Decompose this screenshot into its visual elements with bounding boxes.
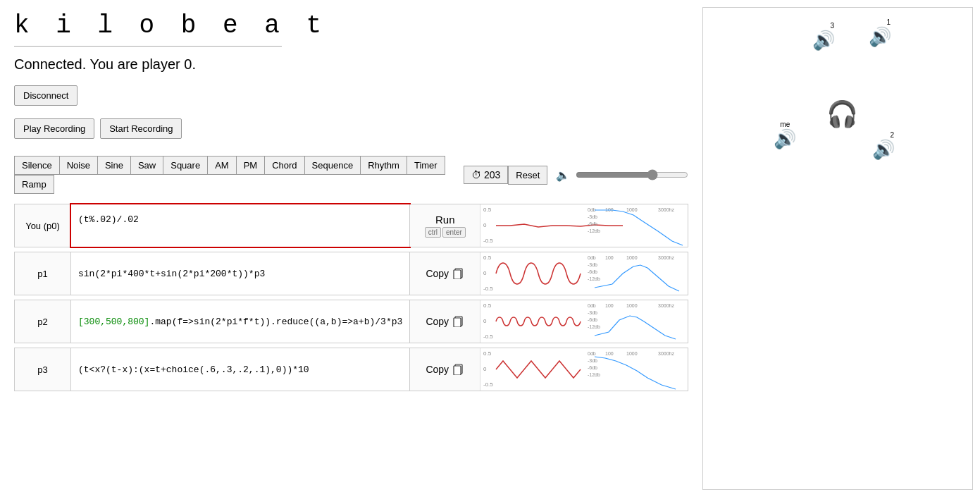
- svg-text:100: 100: [605, 303, 614, 308]
- svg-text:-12db: -12db: [588, 276, 600, 281]
- svg-text:0.5: 0.5: [483, 302, 492, 309]
- svg-text:3000hz: 3000hz: [658, 255, 674, 260]
- svg-rect-35: [454, 366, 461, 375]
- reset-button[interactable]: Reset: [508, 166, 547, 185]
- svg-text:0.5: 0.5: [483, 350, 492, 357]
- svg-text:-12db: -12db: [588, 228, 600, 233]
- svg-rect-11: [454, 270, 461, 279]
- svg-text:0db: 0db: [588, 303, 596, 308]
- copy-button-p2[interactable]: Copy: [418, 316, 471, 327]
- svg-text:100: 100: [605, 351, 614, 356]
- player-action-p0: Run ctrl enter: [409, 204, 480, 247]
- volume-icon: 🔈: [556, 168, 570, 182]
- svg-text:-12db: -12db: [588, 324, 600, 329]
- waveform-p0: 0.5 0 -0.5 0db -3db -6db -12db 100 1000 …: [480, 204, 688, 247]
- player-code-p1: sin(2*pi*400*t+sin(2*pi*200*t))*p3: [71, 252, 409, 295]
- svg-text:-6db: -6db: [588, 317, 597, 322]
- status-text: Connected. You are player 0.: [14, 56, 688, 73]
- svg-rect-23: [454, 318, 461, 327]
- svg-text:3000hz: 3000hz: [658, 303, 674, 308]
- player-label-p1: p1: [15, 252, 71, 295]
- svg-text:1000: 1000: [626, 255, 638, 260]
- headphone-icon: 🎧: [826, 99, 858, 129]
- svg-text:-0.5: -0.5: [483, 286, 493, 292]
- svg-text:0db: 0db: [588, 351, 596, 356]
- toolbar-pm[interactable]: PM: [236, 156, 266, 175]
- room-viz: 3 🔊 1 🔊 🎧 me 🔊 2 🔊: [703, 8, 972, 489]
- toolbar-ramp[interactable]: Ramp: [14, 175, 54, 194]
- svg-text:-6db: -6db: [588, 269, 597, 274]
- timer-value: 203: [484, 169, 500, 180]
- app-title: k i l o b e a t: [14, 11, 688, 40]
- copy-icon-p2: [453, 316, 464, 327]
- svg-text:-6db: -6db: [588, 221, 597, 226]
- svg-text:-0.5: -0.5: [483, 333, 493, 340]
- player-action-p1[interactable]: Copy: [409, 252, 480, 295]
- svg-text:1000: 1000: [626, 207, 638, 212]
- svg-text:-6db: -6db: [588, 365, 597, 370]
- player-label-p3: p3: [15, 348, 71, 391]
- svg-text:0: 0: [483, 222, 487, 228]
- player-row-p3: p3 (t<x?(t-x):(x=t+choice(.6,.3,.2,.1),0…: [14, 348, 688, 391]
- waveform-p2: 0.5 0 -0.5 0db -3db -6db -12db 100 1000 …: [480, 300, 688, 343]
- title-divider: [14, 46, 282, 47]
- room-player-me-speaker: me 🔊: [774, 121, 796, 150]
- room-player-3: 3 🔊: [812, 22, 835, 51]
- toolbar-chord[interactable]: Chord: [264, 156, 304, 175]
- svg-text:0db: 0db: [588, 255, 596, 260]
- toolbar-timer[interactable]: Timer: [407, 156, 445, 175]
- svg-text:0: 0: [483, 366, 487, 372]
- player-row-p1: p1 sin(2*pi*400*t+sin(2*pi*200*t))*p3 Co…: [14, 252, 688, 295]
- enter-key: enter: [442, 227, 466, 238]
- speaker-icon-1: 🔊: [869, 26, 891, 48]
- copy-icon-p3: [453, 364, 464, 375]
- player-label-p2: p2: [15, 300, 71, 343]
- svg-text:-3db: -3db: [588, 358, 597, 363]
- svg-text:3000hz: 3000hz: [658, 351, 674, 356]
- svg-text:0.5: 0.5: [483, 254, 492, 261]
- svg-text:3000hz: 3000hz: [658, 207, 674, 212]
- toolbar-am[interactable]: AM: [207, 156, 237, 175]
- svg-text:0.5: 0.5: [483, 207, 492, 213]
- toolbar-noise[interactable]: Noise: [59, 156, 98, 175]
- toolbar-sequence[interactable]: Sequence: [304, 156, 361, 175]
- toolbar-sine[interactable]: Sine: [97, 156, 131, 175]
- player-code-p3: (t<x?(t-x):(x=t+choice(.6,.3,.2,.1),0))*…: [71, 348, 409, 391]
- toolbar-silence[interactable]: Silence: [14, 156, 60, 175]
- svg-text:-12db: -12db: [588, 372, 600, 377]
- copy-button-p1[interactable]: Copy: [418, 268, 471, 279]
- toolbar-saw[interactable]: Saw: [130, 156, 163, 175]
- svg-text:-0.5: -0.5: [483, 381, 493, 388]
- player-action-p2[interactable]: Copy: [409, 300, 480, 343]
- svg-text:-3db: -3db: [588, 262, 597, 267]
- svg-text:-0.5: -0.5: [483, 238, 493, 244]
- player-row-p0: You (p0) (t%.02)/.02 Run ctrl enter 0.5: [14, 204, 688, 247]
- waveform-p3: 0.5 0 -0.5 0db -3db -6db -12db 100 1000 …: [480, 348, 688, 391]
- speaker-icon-me: 🔊: [774, 128, 796, 150]
- toolbar-square[interactable]: Square: [163, 156, 208, 175]
- player-row-p2: p2 [300,500,800].map(f=>sin(2*pi*f*t)).r…: [14, 300, 688, 343]
- copy-button-p3[interactable]: Copy: [418, 364, 471, 375]
- room-player-me-headphone: 🎧: [826, 99, 858, 129]
- disconnect-button[interactable]: Disconnect: [14, 85, 77, 106]
- copy-icon-p1: [453, 268, 464, 279]
- players-section: You (p0) (t%.02)/.02 Run ctrl enter 0.5: [14, 204, 688, 391]
- volume-slider[interactable]: [576, 169, 688, 180]
- svg-text:100: 100: [605, 255, 614, 260]
- player-code-p2: [300,500,800].map(f=>sin(2*pi*f*t)).redu…: [71, 300, 409, 343]
- room-player-1: 1 🔊: [869, 18, 891, 48]
- svg-text:0: 0: [483, 270, 487, 276]
- svg-text:-3db: -3db: [588, 310, 597, 315]
- svg-text:1000: 1000: [626, 303, 638, 308]
- toolbar-rhythm[interactable]: Rhythm: [360, 156, 407, 175]
- start-recording-button[interactable]: Start Recording: [100, 118, 182, 139]
- room-panel: 3 🔊 1 🔊 🎧 me 🔊 2 🔊: [702, 7, 973, 490]
- player-code-p0[interactable]: (t%.02)/.02: [70, 203, 411, 248]
- player-label-p0: You (p0): [15, 204, 71, 247]
- play-recording-button[interactable]: Play Recording: [14, 118, 94, 139]
- ctrl-key: ctrl: [425, 227, 441, 238]
- svg-text:1000: 1000: [626, 351, 638, 356]
- speaker-icon-3: 🔊: [812, 30, 835, 51]
- run-label: Run: [435, 214, 455, 226]
- player-action-p3[interactable]: Copy: [409, 348, 480, 391]
